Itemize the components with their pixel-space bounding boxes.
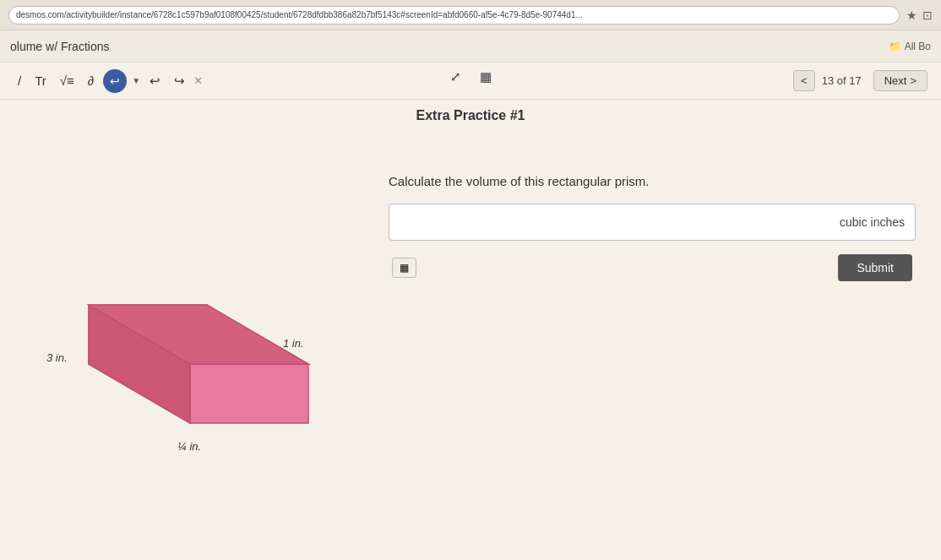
active-tool-button[interactable]: ↩ bbox=[103, 69, 127, 93]
label-1in: 1 in. bbox=[283, 337, 304, 350]
top-center-tools: ⤢ ▦ bbox=[446, 68, 496, 86]
inline-calculator-button[interactable]: ▦ bbox=[392, 258, 416, 278]
app-header: olume w/ Fractions 📁 All Bo bbox=[0, 30, 941, 63]
next-arrow-icon: > bbox=[910, 74, 917, 87]
question-title: Extra Practice #1 bbox=[416, 108, 525, 123]
prism-container: 3 in. 1 in. ¼ in. bbox=[21, 195, 342, 465]
next-label: Next bbox=[884, 74, 907, 87]
tool-dropdown-arrow[interactable]: ▼ bbox=[132, 76, 140, 85]
bookmark-icon[interactable]: ★ bbox=[906, 8, 917, 22]
pencil-tool-button[interactable]: / bbox=[14, 72, 25, 90]
main-content: Extra Practice #1 3 in. 1 in. ¼ in. bbox=[0, 100, 941, 560]
answer-row2: ▦ Submit bbox=[389, 254, 916, 281]
question-text: Calculate the volume of this rectangular… bbox=[389, 172, 916, 190]
active-tool-icon: ↩ bbox=[110, 74, 120, 88]
submit-button[interactable]: Submit bbox=[838, 254, 912, 281]
text-tool-button[interactable]: Tr bbox=[30, 72, 51, 90]
all-books-label: All Bo bbox=[905, 41, 931, 52]
nav-right-tools: < 13 of 17 Next > bbox=[793, 70, 927, 91]
question-panel: Calculate the volume of this rectangular… bbox=[363, 100, 941, 560]
svg-marker-0 bbox=[190, 364, 308, 423]
undo-button[interactable]: ↩ bbox=[145, 72, 165, 90]
tab-icon[interactable]: ⊡ bbox=[922, 8, 933, 22]
prism-svg bbox=[21, 195, 342, 465]
label-quarter-in: ¼ in. bbox=[177, 440, 201, 453]
page-counter: 13 of 17 bbox=[822, 74, 862, 87]
nav-left-tools: / Tr √≡ ∂ ↩ ▼ ↩ ↪ × bbox=[14, 69, 202, 93]
draw-tool-button[interactable]: ∂ bbox=[84, 72, 98, 90]
calculator-icon: ▦ bbox=[400, 262, 409, 274]
browser-bar: desmos.com/activitybuilder/instance/6728… bbox=[0, 0, 941, 30]
next-page-button[interactable]: Next > bbox=[873, 70, 927, 91]
prev-page-button[interactable]: < bbox=[793, 70, 815, 91]
app-title: olume w/ Fractions bbox=[10, 40, 109, 53]
quarter-label-text: ¼ in. bbox=[177, 440, 201, 453]
redo-button[interactable]: ↪ bbox=[170, 72, 189, 90]
answer-input[interactable] bbox=[400, 215, 840, 230]
header-right: 📁 All Bo bbox=[889, 41, 931, 52]
url-bar: desmos.com/activitybuilder/instance/6728… bbox=[8, 6, 900, 24]
calculator-toggle-button[interactable]: ▦ bbox=[476, 68, 496, 86]
shape-panel: 3 in. 1 in. ¼ in. bbox=[0, 100, 363, 560]
all-books-button[interactable]: 📁 All Bo bbox=[889, 41, 931, 52]
close-button[interactable]: × bbox=[194, 73, 202, 89]
unit-label: cubic inches bbox=[840, 215, 905, 229]
answer-box: cubic inches bbox=[389, 204, 916, 241]
url-text: desmos.com/activitybuilder/instance/6728… bbox=[16, 10, 583, 19]
browser-icons: ★ ⊡ bbox=[906, 8, 933, 22]
toolbar-bar: ⤢ ▦ / Tr √≡ ∂ ↩ ▼ ↩ ↪ × < 13 of 17 Next … bbox=[0, 63, 941, 100]
label-3in: 3 in. bbox=[46, 351, 68, 364]
sqrt-tool-button[interactable]: √≡ bbox=[56, 72, 79, 90]
folder-icon: 📁 bbox=[889, 41, 901, 52]
expand-button[interactable]: ⤢ bbox=[446, 68, 465, 86]
